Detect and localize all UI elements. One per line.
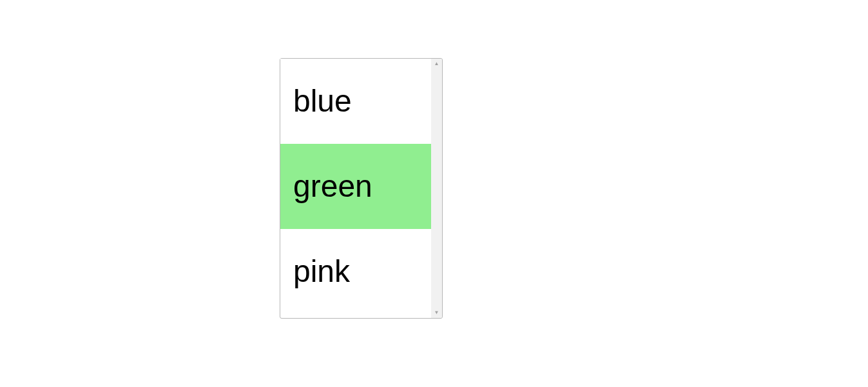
color-listbox[interactable]: blue green pink ▲ ▼ (280, 58, 443, 319)
option-blue[interactable]: blue (280, 59, 431, 144)
option-pink[interactable]: pink (280, 229, 431, 314)
listbox-options: blue green pink (280, 59, 431, 318)
scrollbar[interactable]: ▲ ▼ (431, 59, 442, 318)
option-green[interactable]: green (280, 144, 431, 229)
scroll-down-icon[interactable]: ▼ (434, 308, 439, 318)
scroll-up-icon[interactable]: ▲ (434, 59, 439, 69)
